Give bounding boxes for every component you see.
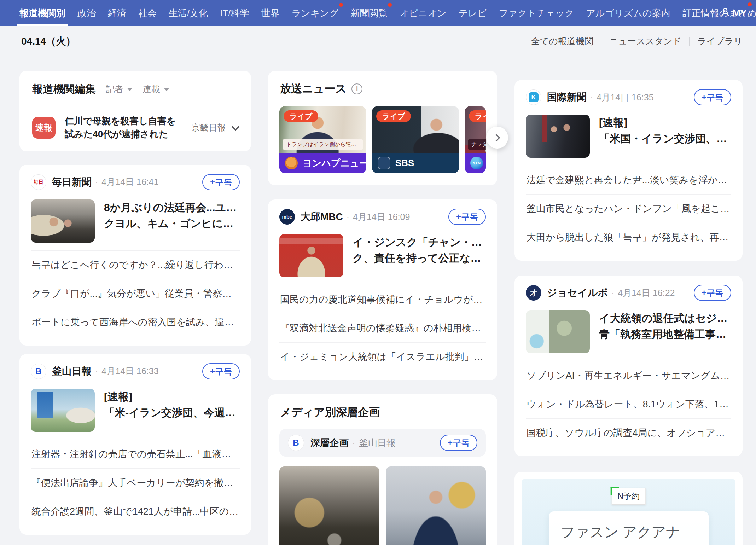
- lead-headline: 8か月ぶりの法廷再会...ユン・ソクヨル、キム・ゴンヒに視線を...: [104, 199, 240, 243]
- list-item[interactable]: 国民の力の慶北道知事候補にイ・チョルウが確定: [279, 285, 486, 314]
- media-plan-publisher-row[interactable]: B 深層企画 釜山日報 +구독: [279, 429, 486, 457]
- press-name[interactable]: 大邱MBC: [301, 210, 343, 224]
- subscribe-button[interactable]: +구독: [694, 89, 731, 105]
- chevron-right-icon: [493, 134, 500, 141]
- press-name[interactable]: ジョセイルボ: [547, 286, 608, 300]
- waterpark-ad[interactable]: N予約 ファスン アクアナ 3人券 最大54%割引 5月の家庭月特価！: [522, 479, 735, 545]
- media-plan-photos: 大韓民国: [279, 466, 486, 545]
- header-links: 全ての報道機関 ニューススタンド ライブラリ: [531, 35, 743, 47]
- filter-series-dropdown[interactable]: 連載: [143, 83, 169, 95]
- person-icon: [720, 7, 731, 20]
- list-item[interactable]: 『便法出店論争』大手ベーカリーが契約を撤回する: [31, 468, 240, 497]
- nav-politics[interactable]: 政治: [77, 0, 96, 26]
- list-item[interactable]: 釜山市民となったハン・ドンフン「風を起こすこと」: [526, 194, 731, 223]
- list-item[interactable]: ボートに乗って西海岸への密入国を試み、違法滞在...: [31, 308, 240, 336]
- nav-algorithm-guide[interactable]: アルゴリズムの案内: [586, 0, 670, 26]
- press-card-daegu-mbc: mbc 大邱MBC 4月14日 16:09 +구독 イ・ジンスク「チャン・ドンヒ…: [268, 199, 497, 380]
- link-library[interactable]: ライブラリ: [697, 35, 743, 47]
- left-column: 報道機関編集 記者 連載 速報 仁川で母親を殺害し自害を 試みた40代が逮捕され…: [19, 71, 251, 545]
- list-item[interactable]: 『双滴対北送金声明の懐柔疑惑』の朴相用検察官、...: [279, 314, 486, 342]
- broadcast-channel-list: ライブ トランプはイラン側から連絡を受けました。 ヨンハプニュー... ライブ …: [279, 106, 486, 173]
- nav-ranking[interactable]: ランキング: [292, 0, 339, 26]
- press-name[interactable]: 国際新聞: [547, 91, 587, 104]
- story-photo[interactable]: 大韓民国: [386, 466, 486, 545]
- filter-reporter-dropdown[interactable]: 記者: [106, 83, 133, 95]
- ad-text: ファスン アクアナ 3人券 最大54%割引 5月の家庭月特価！: [549, 511, 709, 545]
- lead-story[interactable]: イ・ジンスク「チャン・ドンヒョク、責任を持って公正な予備選...: [279, 234, 486, 277]
- list-item[interactable]: 法廷で金建熙と再会した尹...淡い笑みを浮かべて見...: [526, 166, 731, 194]
- story-photo[interactable]: [279, 466, 379, 545]
- live-badge: ライブ: [284, 110, 318, 122]
- press-story-list: ソブリンAI・再生エネルギー・サエマングム先端ベ... ウォン・ドル為替レート、…: [526, 361, 731, 447]
- link-all-agencies[interactable]: 全ての報道機関: [531, 35, 593, 47]
- date-row: 04.14（火） 全ての報道機関 ニューススタンド ライブラリ: [0, 26, 756, 54]
- broadcast-title-row: 放送ニュース: [279, 80, 486, 96]
- top-navigation: 報道機関別 政治 経済 社会 生活/文化 IT/科学 世界 ランキング 新聞閲覧…: [0, 0, 756, 26]
- lead-thumbnail: [526, 310, 590, 353]
- joseilbo-logo-icon: 才: [526, 285, 541, 301]
- press-name[interactable]: 釜山日報: [52, 365, 92, 378]
- subscribe-button[interactable]: +구독: [694, 285, 731, 301]
- subscribe-button[interactable]: +구독: [202, 174, 240, 190]
- list-item[interactable]: クラブ『口が...』気分が悪い」従業員・警察官を暴...: [31, 279, 240, 308]
- live-thumbnail: ライブ トランプはイラン側から連絡を受けました。: [279, 106, 366, 153]
- link-newsstand[interactable]: ニューススタンド: [609, 35, 681, 47]
- ytn-logo-icon: YTN: [470, 157, 483, 169]
- press-time: 4月14日 16:22: [611, 287, 675, 299]
- lead-story[interactable]: 8か月ぶりの法廷再会...ユン・ソクヨル、キム・ゴンヒに視線を...: [31, 199, 240, 243]
- editor-title: 報道機関編集: [32, 82, 96, 97]
- breaking-badge: 速報: [32, 117, 56, 139]
- list-item[interactable]: 注射器・注射針の売店での売石禁止...「血液透析注...: [31, 440, 240, 468]
- nav-newspaper-view[interactable]: 新聞閲覧: [351, 0, 388, 26]
- nav-life-culture[interactable]: 生活/文化: [169, 0, 208, 26]
- broadcast-news-card: 放送ニュース ライブ トランプはイラン側から連絡を受けました。 ヨンハプニュー.…: [268, 71, 497, 185]
- nav-factcheck[interactable]: ファクトチェック: [499, 0, 574, 26]
- press-header: 才 ジョセイルボ 4月14日 16:22 +구독: [526, 285, 731, 301]
- nav-tv[interactable]: テレビ: [459, 0, 487, 26]
- channel-sbs[interactable]: ライブ SBS: [372, 106, 459, 173]
- press-story-list: 늑구はどこへ行くのですか？...繰り返し行われる『... クラブ『口が...』気…: [31, 250, 240, 336]
- lead-story[interactable]: [速報]「米-イラン交渉団、今週後半...: [31, 389, 240, 432]
- nav-opinion[interactable]: オピニオン: [400, 0, 447, 26]
- channel-bar: SBS: [372, 153, 459, 173]
- press-time: 4月14日 16:09: [347, 211, 410, 223]
- broadcast-title: 放送ニュース: [280, 81, 347, 96]
- list-item[interactable]: 統合介護2週間、釜山で1421人が申請...中区の高齢...: [31, 497, 240, 526]
- channel-yonhap[interactable]: ライブ トランプはイラン側から連絡を受けました。 ヨンハプニュー...: [279, 106, 366, 173]
- nav-press-by-agency[interactable]: 報道機関別: [19, 0, 65, 26]
- lead-story[interactable]: [速報]「米国・イラン交渉団、今週後...: [526, 115, 731, 158]
- right-column: K 国際新聞 4月14日 16:35 +구독 [速報]「米国・イラン交渉団、今週…: [514, 80, 743, 545]
- lead-story[interactable]: イ大統領の退任式はセジョンで...青「執務室用地整備工事、15日...: [526, 310, 731, 353]
- channel-ytn[interactable]: ライブ ナフタ供給「차질... YTN YTN: [465, 106, 486, 173]
- live-thumbnail: ライブ ナフタ供給「차질...: [465, 106, 486, 153]
- my-button[interactable]: MY: [720, 0, 747, 26]
- breaking-news-row[interactable]: 速報 仁川で母親を殺害し自害を 試みた40代が逮捕された 京畿日報: [31, 105, 240, 141]
- subscribe-button[interactable]: +구독: [448, 209, 486, 225]
- press-time: 4月14日 16:33: [95, 365, 159, 377]
- mbc-logo-icon: mbc: [279, 209, 295, 225]
- breaking-source: 京畿日報: [192, 122, 226, 133]
- list-item[interactable]: 늑구はどこへ行くのですか？...繰り返し行われる『...: [31, 250, 240, 279]
- list-item[interactable]: ウォン・ドル為替レート、8.1ウォン下落、1481.2ウ...: [526, 390, 731, 418]
- breaking-source-group[interactable]: 京畿日報: [192, 122, 238, 133]
- info-icon[interactable]: [351, 83, 362, 94]
- list-item[interactable]: 国税庁、ソウル庁の調査4局に、オフショア脱税調...: [526, 418, 731, 447]
- subscribe-button[interactable]: +구독: [202, 363, 240, 379]
- list-item[interactable]: イ・ジェミョン大統領は「イスラエル批判」野党に...: [279, 342, 486, 371]
- carousel-next-button[interactable]: [486, 127, 508, 149]
- lead-thumbnail: [279, 234, 343, 277]
- plan-name: 深層企画: [310, 436, 349, 449]
- nav-society[interactable]: 社会: [138, 0, 157, 26]
- list-item[interactable]: 大田から脱出した狼「늑구」が発見され、再び逃げ...: [526, 223, 731, 251]
- nav-economy[interactable]: 経済: [108, 0, 126, 26]
- list-item[interactable]: ソブリンAI・再生エネルギー・サエマングム先端ベ...: [526, 361, 731, 390]
- divider: [689, 37, 690, 46]
- nav-it-science[interactable]: IT/科学: [220, 0, 249, 26]
- nav-world[interactable]: 世界: [261, 0, 280, 26]
- ad-card: N予約 ファスン アクアナ 3人券 最大54%割引 5月の家庭月特価！: [514, 472, 743, 545]
- press-name[interactable]: 毎日新聞: [52, 175, 92, 189]
- subscribe-button[interactable]: +구독: [440, 435, 477, 451]
- chevron-down-icon: [127, 88, 133, 94]
- channel-name: SBS: [395, 158, 414, 169]
- sbs-logo-icon: [378, 157, 390, 169]
